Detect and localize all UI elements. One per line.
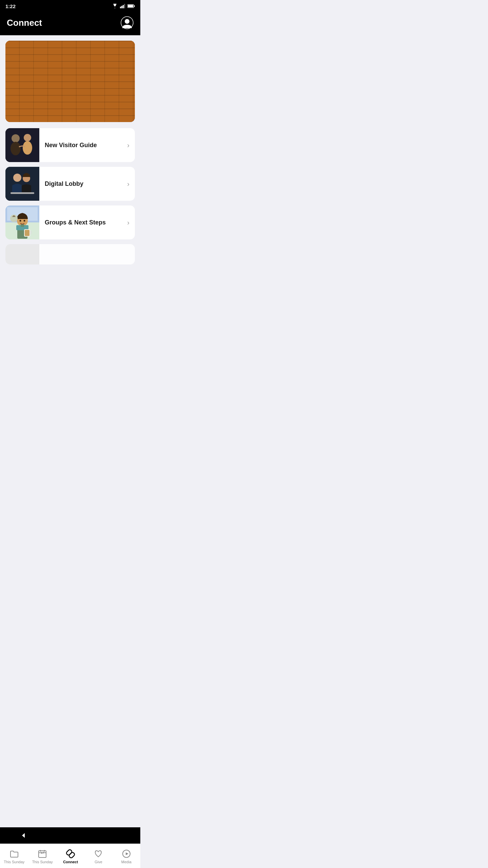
svg-rect-29 [5, 63, 12, 71]
svg-point-57 [75, 98, 98, 108]
svg-rect-28 [115, 56, 135, 63]
lobby-chevron: › [127, 180, 135, 188]
svg-rect-38 [44, 71, 66, 78]
lobby-label: Digital Lobby [39, 180, 127, 188]
svg-rect-24 [20, 56, 44, 63]
svg-point-52 [79, 68, 94, 87]
svg-point-55 [83, 63, 85, 65]
svg-rect-12 [44, 41, 66, 48]
svg-rect-41 [115, 71, 135, 78]
svg-rect-21 [107, 48, 129, 56]
header-title: Connect [7, 18, 42, 28]
list-item-partial [5, 244, 135, 264]
svg-point-63 [24, 134, 31, 141]
svg-rect-58 [79, 103, 85, 122]
main-content: New Visitor Guide › Digital Lobby › [0, 35, 140, 309]
list-item-lobby[interactable]: Digital Lobby › [5, 167, 135, 201]
app-header: Connect [0, 12, 140, 35]
svg-rect-27 [90, 56, 115, 63]
visitors-thumb-image [5, 128, 39, 162]
wifi-icon [112, 4, 118, 8]
svg-rect-19 [58, 48, 81, 56]
status-time: 1:22 [5, 3, 16, 9]
svg-point-46 [45, 56, 60, 71]
svg-point-61 [12, 134, 20, 142]
profile-icon[interactable] [121, 16, 134, 29]
svg-rect-22 [129, 48, 135, 56]
svg-rect-17 [12, 48, 36, 56]
svg-rect-35 [129, 63, 135, 71]
svg-rect-40 [90, 71, 115, 78]
svg-rect-5 [134, 5, 135, 7]
svg-rect-13 [66, 41, 90, 48]
svg-rect-31 [36, 63, 58, 71]
svg-rect-51 [54, 97, 62, 122]
svg-point-49 [54, 62, 56, 64]
svg-rect-77 [25, 230, 29, 236]
svg-rect-50 [46, 97, 53, 122]
visitors-label: New Visitor Guide [39, 142, 127, 149]
status-bar: 1:22 [0, 0, 140, 12]
groups-thumb-image [5, 205, 39, 239]
svg-rect-36 [5, 71, 20, 78]
svg-rect-68 [11, 192, 34, 194]
groups-chevron: › [127, 219, 135, 226]
svg-rect-23 [5, 56, 20, 63]
lobby-thumb [5, 167, 39, 201]
svg-rect-60 [5, 128, 39, 162]
svg-rect-20 [81, 48, 107, 56]
svg-rect-15 [115, 41, 135, 48]
svg-point-54 [75, 73, 98, 103]
svg-point-48 [49, 62, 51, 64]
svg-rect-32 [58, 63, 81, 71]
svg-rect-65 [5, 167, 39, 201]
svg-rect-39 [66, 71, 90, 78]
svg-rect-25 [44, 56, 66, 63]
svg-point-79 [24, 220, 25, 222]
groups-label: Groups & Next Steps [39, 219, 127, 226]
signal-icon [120, 4, 125, 8]
couple-illustration [5, 41, 135, 122]
list-item-visitors[interactable]: New Visitor Guide › [5, 128, 135, 162]
svg-rect-59 [86, 103, 93, 122]
svg-rect-75 [21, 224, 24, 227]
svg-rect-34 [107, 63, 129, 71]
svg-point-64 [23, 141, 32, 155]
svg-rect-33 [81, 63, 107, 71]
visitors-chevron: › [127, 141, 135, 149]
svg-rect-0 [120, 7, 121, 8]
list-item-groups[interactable]: Groups & Next Steps › [5, 205, 135, 239]
svg-point-56 [88, 63, 90, 65]
svg-rect-14 [90, 41, 115, 48]
svg-rect-37 [20, 71, 44, 78]
hero-photo [5, 41, 135, 122]
svg-rect-6 [128, 5, 133, 7]
hero-image[interactable] [5, 41, 135, 122]
svg-rect-10 [5, 41, 20, 48]
svg-rect-9 [5, 41, 135, 122]
svg-point-47 [41, 71, 64, 98]
lobby-thumb-image [5, 167, 39, 201]
svg-rect-42 [47, 54, 81, 122]
svg-rect-43 [5, 108, 135, 122]
svg-point-45 [44, 64, 61, 85]
battery-icon [127, 4, 135, 8]
partial-thumb [5, 244, 39, 264]
status-icons [112, 4, 135, 8]
svg-rect-26 [66, 56, 90, 63]
svg-rect-18 [36, 48, 58, 56]
svg-rect-11 [20, 41, 44, 48]
svg-rect-16 [5, 48, 12, 56]
svg-point-66 [13, 174, 21, 182]
svg-rect-3 [124, 4, 125, 8]
svg-rect-44 [5, 103, 135, 110]
svg-point-8 [125, 19, 129, 24]
svg-rect-30 [12, 63, 36, 71]
svg-rect-2 [123, 5, 124, 8]
svg-rect-1 [121, 6, 122, 8]
svg-point-62 [11, 142, 21, 155]
svg-point-78 [20, 220, 21, 222]
groups-thumb [5, 205, 39, 239]
svg-point-53 [78, 57, 95, 73]
visitors-thumb [5, 128, 39, 162]
